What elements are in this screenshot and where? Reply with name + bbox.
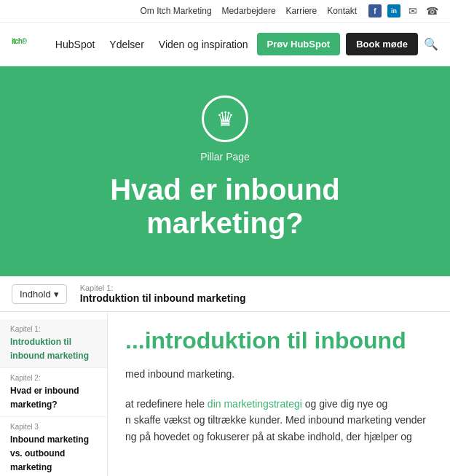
phone-icon[interactable]: ☎	[425, 4, 438, 17]
main-nav: itch® HubSpot Ydelser Viden og inspirati…	[0, 23, 450, 66]
content-heading: ...introduktion til inbound	[125, 327, 433, 354]
sidebar: Kapitel 1: Introduktion til inbound mark…	[0, 312, 108, 476]
nav-link-ydelser[interactable]: Ydelser	[109, 39, 143, 50]
email-icon[interactable]: ✉	[406, 4, 419, 17]
logo-text: itch	[12, 36, 22, 44]
top-bar-links: Om Itch Marketing Medarbejdere Karriere …	[141, 6, 357, 16]
content-paragraph-1: med inbound marketing.	[125, 366, 433, 382]
indhold-label: Indhold	[20, 289, 51, 300]
try-hubspot-button[interactable]: Prøv HubSpot	[257, 33, 341, 55]
top-bar-link-kontakt[interactable]: Kontakt	[327, 6, 357, 16]
indhold-button[interactable]: Indhold ▾	[12, 284, 67, 304]
sidebar-chapter-2-label: Kapitel 2:	[10, 374, 97, 382]
sidebar-item-1[interactable]: Kapitel 1: Introduktion til inbound mark…	[0, 319, 107, 368]
para1-text: med inbound marketing.	[125, 368, 234, 380]
content-paragraph-4: ng på hovedet og fokuserer på at skabe i…	[125, 429, 433, 445]
sidebar-item-2[interactable]: Kapitel 2: Hvad er inbound marketing?	[0, 368, 107, 417]
heading-main: til inbound	[287, 327, 406, 354]
sidebar-chapter-3-label: Kapitel 3	[10, 423, 97, 431]
top-bar: Om Itch Marketing Medarbejdere Karriere …	[0, 0, 450, 23]
heading-intro: ...introduktion	[125, 327, 287, 354]
book-mode-button[interactable]: Book møde	[346, 33, 418, 55]
hero-title: Hvad er inbound marketing?	[15, 173, 435, 240]
hero-title-line2: marketing?	[15, 206, 435, 240]
nav-links: HubSpot Ydelser Viden og inspiration	[55, 39, 248, 50]
chevron-down-icon: ▾	[54, 289, 59, 300]
crown-icon: ♛	[216, 107, 234, 131]
linkedin-icon[interactable]: in	[387, 4, 400, 17]
sidebar-chapter-1-title: Introduktion til inbound marketing	[10, 337, 89, 361]
logo[interactable]: itch®	[12, 33, 26, 56]
sticky-chapter-label: Kapitel 1:	[80, 284, 246, 292]
content-area: Kapitel 1: Introduktion til inbound mark…	[0, 312, 450, 476]
sidebar-item-3[interactable]: Kapitel 3 Inbound marketing vs. outbound…	[0, 417, 107, 476]
para2-cont: og give dig nye og	[302, 398, 388, 410]
para2-text: at redefinere hele	[125, 398, 208, 410]
content-paragraph-2: at redefinere hele din marketingstrategi…	[125, 396, 433, 412]
sidebar-chapter-1-label: Kapitel 1:	[10, 325, 97, 333]
top-bar-link-karriere[interactable]: Karriere	[286, 6, 317, 16]
top-bar-link-medarbejdere[interactable]: Medarbejdere	[222, 6, 276, 16]
sidebar-chapter-3-title: Inbound marketing vs. outbound marketing	[10, 434, 89, 472]
search-icon[interactable]: 🔍	[424, 37, 438, 51]
content-paragraph-3: n skaffe vækst og tiltrække kunder. Med …	[125, 412, 433, 428]
logo-dot: ®	[22, 36, 26, 44]
sidebar-chapter-2-title: Hvad er inbound marketing?	[10, 386, 79, 410]
main-content: ...introduktion til inbound med inbound …	[108, 312, 450, 476]
sticky-chapter-title: Introduktion til inbound marketing	[80, 292, 246, 304]
hero-section: ♛ Pillar Page Hvad er inbound marketing?	[0, 66, 450, 276]
facebook-icon[interactable]: f	[368, 4, 382, 17]
nav-link-hubspot[interactable]: HubSpot	[55, 39, 95, 50]
sticky-nav-info: Kapitel 1: Introduktion til inbound mark…	[80, 284, 246, 304]
top-bar-link-om[interactable]: Om Itch Marketing	[141, 6, 212, 16]
hero-title-line1: Hvad er inbound	[15, 173, 435, 206]
nav-link-viden[interactable]: Viden og inspiration	[159, 39, 248, 50]
hero-label: Pillar Page	[15, 151, 435, 163]
sticky-nav: Indhold ▾ Kapitel 1: Introduktion til in…	[0, 276, 450, 312]
top-bar-icons: f in ✉ ☎	[368, 4, 438, 17]
hero-icon: ♛	[202, 95, 248, 142]
para2-link[interactable]: din marketingstrategi	[208, 398, 302, 410]
